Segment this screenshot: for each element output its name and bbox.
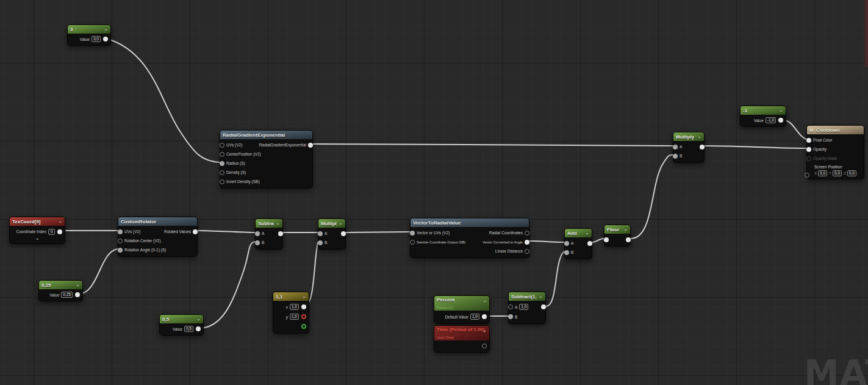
input-pin-a[interactable] <box>255 231 260 236</box>
chevron-down-icon[interactable]: ⌄ <box>276 221 280 226</box>
node-radial-gradient-exponential[interactable]: RadialGradientExponential UVs (V2) Radia… <box>220 130 313 189</box>
output-pin-radial-coordinates[interactable] <box>525 231 529 236</box>
wire-const05-to-subtract-b[interactable] <box>199 242 255 328</box>
value-input[interactable]: 3,0 <box>91 36 101 42</box>
output-pin[interactable] <box>587 241 592 246</box>
chevron-down-icon[interactable]: ⌄ <box>339 221 343 226</box>
scroll-indicator[interactable] <box>865 0 868 67</box>
node-constant-neg1[interactable]: -1 ⌄ Value -1,0 <box>740 106 786 127</box>
input-pin-a[interactable] <box>318 231 323 236</box>
input-pin-screen-position[interactable] <box>805 173 809 178</box>
chevron-down-icon[interactable]: ⌄ <box>482 328 487 333</box>
input-pin-a[interactable] <box>564 241 569 246</box>
chevron-down-icon[interactable]: ⌄ <box>585 231 589 236</box>
wire-multiply-to-opacity[interactable] <box>705 146 806 148</box>
value-input[interactable]: 0,25 <box>61 292 73 298</box>
input-pin-rotation-center[interactable] <box>118 239 123 243</box>
output-pin-xy[interactable] <box>301 304 306 309</box>
chevron-down-icon[interactable]: ⌄ <box>482 298 487 303</box>
output-pin[interactable] <box>341 231 346 236</box>
chevron-down-icon[interactable]: ⌄ <box>539 294 543 299</box>
node-constant-3[interactable]: 3 ⌄ Value 3,0 <box>67 24 111 46</box>
node-header[interactable]: Add ⌄ <box>565 229 592 237</box>
node-header[interactable]: TexCoord[0] ⌄ <box>10 217 65 226</box>
output-pin[interactable] <box>103 37 108 41</box>
wire-v2rv-angle-to-add-a[interactable] <box>529 241 564 242</box>
input-pin-swizzle[interactable] <box>410 240 415 245</box>
node-multiply-final[interactable]: Multiply ⌄ A B <box>673 132 705 163</box>
wire-add-to-floor[interactable] <box>592 239 604 242</box>
output-pin[interactable] <box>308 143 313 148</box>
input-pin-b[interactable] <box>673 154 678 159</box>
node-header[interactable]: CustomRotator <box>118 217 197 226</box>
chevron-down-icon[interactable]: ⌄ <box>623 227 628 232</box>
node-header[interactable]: 0,25 ⌄ <box>39 281 82 289</box>
wire-const025-to-rotation-angle[interactable] <box>78 249 118 294</box>
output-pin[interactable] <box>626 237 631 242</box>
output-pin[interactable] <box>57 229 62 234</box>
input-pin-uvs[interactable] <box>118 229 123 234</box>
node-header[interactable]: Multiply ⌄ <box>318 219 345 228</box>
node-header[interactable]: Subtract ⌄ <box>256 219 282 228</box>
node-add[interactable]: Add ⌄ A B <box>564 228 592 259</box>
value-input[interactable]: -1,0 <box>766 117 776 123</box>
coordinate-index-input[interactable]: 0 <box>48 229 55 235</box>
output-pin-r[interactable] <box>301 314 306 319</box>
input-pin-opacity[interactable] <box>806 147 811 152</box>
chevron-down-icon[interactable]: ⌄ <box>104 27 108 32</box>
node-texcoord[interactable]: TexCoord[0] ⌄ Coordinate Index 0 ⌄ <box>9 217 65 244</box>
chevron-down-icon[interactable]: ⌄ <box>779 108 783 113</box>
chevron-down-icon[interactable]: ⌄ <box>76 282 80 287</box>
input-pin-radius[interactable] <box>220 161 224 166</box>
output-pin[interactable] <box>482 344 487 348</box>
node-header[interactable]: Multiply ⌄ <box>673 132 704 141</box>
node-time-period[interactable]: Time (Period of 1.00) Input Data ⌄ <box>434 325 490 353</box>
wire-multiply-to-v2rv[interactable] <box>346 232 410 232</box>
wire-radialgradient-to-multiply-a[interactable] <box>313 144 673 146</box>
node-vector-to-radial-value[interactable]: VectorToRadialValue Vector or UVs (V2) R… <box>410 218 529 258</box>
input-pin-b[interactable] <box>564 250 569 255</box>
node-header[interactable]: Floor ⌄ <box>604 225 630 234</box>
input-pin-invert-density[interactable] <box>220 179 224 184</box>
default-value-input[interactable]: 1,0 <box>470 314 479 320</box>
node-floor[interactable]: Floor ⌄ <box>604 225 631 246</box>
node-header[interactable]: 3 ⌄ <box>68 25 110 34</box>
node-header[interactable]: 1,1 ⌄ <box>273 292 309 301</box>
output-pin[interactable] <box>700 145 705 149</box>
input-pin-rotation-angle[interactable] <box>118 248 123 253</box>
output-pin[interactable] <box>193 229 198 234</box>
chevron-down-icon[interactable]: ⌄ <box>58 219 62 224</box>
expand-chevron-icon[interactable]: ⌄ <box>10 236 65 242</box>
node-percent-param[interactable]: Percent Param (1) ⌄ Default Value 1,0 <box>434 295 490 324</box>
a-value-input[interactable]: 1,0 <box>519 304 528 310</box>
chevron-down-icon[interactable]: ⌄ <box>697 134 701 139</box>
input-pin-centerposition[interactable] <box>220 152 224 157</box>
value-input[interactable]: 0,5 <box>184 326 193 332</box>
wire-const3-to-radius[interactable] <box>106 38 220 162</box>
output-pin[interactable] <box>778 118 783 123</box>
node-constant2vector-11[interactable]: 1,1 ⌄ x 1,0 y 1,0 <box>273 292 309 334</box>
node-subtract-1[interactable]: Subtract(1,) ⌄ A 1,0 B <box>508 292 546 324</box>
input-pin-vector-or-uvs[interactable] <box>410 231 415 236</box>
node-header[interactable]: -1 ⌄ <box>741 106 786 115</box>
node-constant-05[interactable]: 0,5 ⌄ Value 0,5 <box>159 314 204 336</box>
output-pin[interactable] <box>75 292 80 297</box>
output-pin[interactable] <box>196 326 201 331</box>
node-constant-025[interactable]: 0,25 ⌄ Value 0,25 <box>38 280 83 301</box>
chevron-down-icon[interactable]: ⌄ <box>302 294 306 299</box>
node-material-output-m-cooldown[interactable]: M_Cooldown Final Color Opacity Opacity M… <box>806 125 864 179</box>
wire-floor-to-multiply-b[interactable] <box>631 155 673 239</box>
wire-rotator-to-subtract-a[interactable] <box>198 231 255 232</box>
input-pin-b[interactable] <box>508 314 513 319</box>
node-multiply-mid[interactable]: Multiply ⌄ A B <box>318 218 346 250</box>
y-input[interactable]: 0,0 <box>833 170 842 176</box>
input-pin[interactable] <box>604 237 609 242</box>
node-header[interactable]: M_Cooldown <box>807 126 864 134</box>
input-pin-density[interactable] <box>220 170 224 175</box>
input-pin-a[interactable] <box>673 145 678 149</box>
output-pin[interactable] <box>541 304 546 309</box>
node-header[interactable]: Percent Param (1) ⌄ <box>434 296 489 311</box>
output-pin-g[interactable] <box>301 324 306 329</box>
node-header[interactable]: VectorToRadialValue <box>411 218 529 227</box>
input-pin-opacity-mask[interactable] <box>806 156 811 161</box>
